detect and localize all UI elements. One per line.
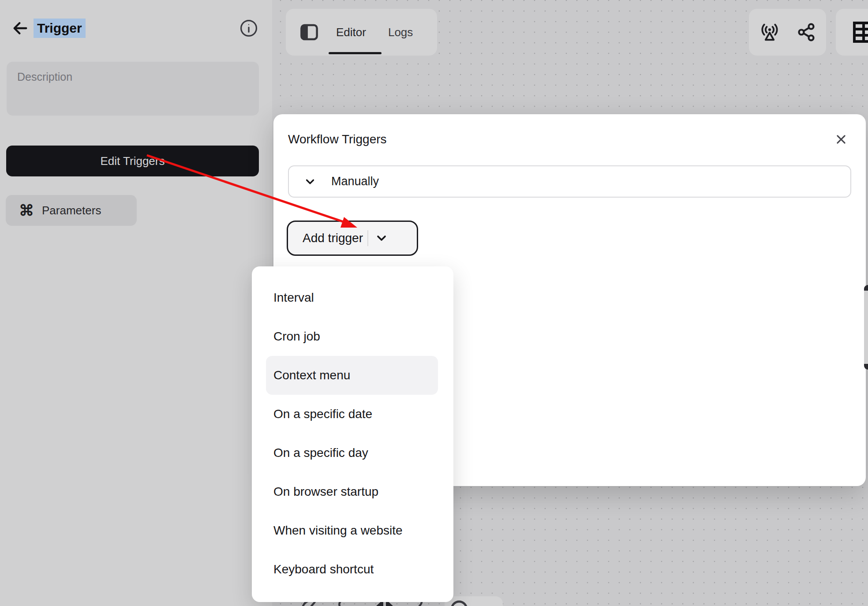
table-icon [853, 22, 868, 43]
menu-item-on-a-specific-date[interactable]: On a specific date [266, 395, 438, 434]
share-icon [797, 22, 816, 42]
view-tabs: Editor Logs [336, 26, 413, 39]
edge-slider[interactable] [864, 285, 868, 370]
back-button[interactable] [11, 19, 30, 38]
info-icon [239, 19, 258, 38]
sidebar-header: Trigger [11, 17, 262, 40]
edit-triggers-button[interactable]: Edit Triggers [6, 146, 259, 176]
active-tab-underline [329, 52, 382, 54]
table-button[interactable] [853, 22, 868, 43]
share-button[interactable] [797, 22, 816, 42]
tab-logs[interactable]: Logs [388, 26, 413, 39]
menu-item-when-visiting-a-website[interactable]: When visiting a website [266, 511, 438, 550]
parameters-label: Parameters [42, 204, 101, 217]
chevron-down-icon [303, 175, 317, 188]
description-input[interactable] [7, 62, 259, 116]
menu-item-interval[interactable]: Interval [266, 278, 438, 317]
modal-title: Workflow Triggers [288, 132, 387, 146]
workflow-name-input[interactable]: Trigger [34, 19, 86, 38]
table-toolbar [836, 9, 868, 56]
command-icon: ⌘ [19, 203, 34, 218]
modal-header: Workflow Triggers [288, 127, 851, 151]
zoom-control-pill[interactable] [445, 596, 503, 606]
menu-item-context-menu[interactable]: Context menu [266, 356, 438, 395]
trigger-type-select[interactable]: Manually [288, 165, 851, 198]
actions-toolbar [749, 9, 826, 56]
menu-item-cron-job[interactable]: Cron job [266, 317, 438, 356]
broadcast-button[interactable] [760, 22, 780, 42]
edit-triggers-label: Edit Triggers [101, 154, 165, 168]
close-icon [835, 133, 847, 146]
sidebar: Trigger Edit Triggers ⌘ Parameters [0, 0, 272, 606]
menu-item-on-a-specific-day[interactable]: On a specific day [266, 434, 438, 472]
add-trigger-button[interactable]: Add trigger [287, 221, 418, 256]
sidebar-toggle-button[interactable] [300, 24, 318, 41]
menu-item-on-browser-startup[interactable]: On browser startup [266, 472, 438, 511]
broadcast-icon [760, 22, 780, 42]
tab-editor[interactable]: Editor [336, 26, 366, 39]
arrow-left-icon [11, 19, 29, 37]
trigger-type-value: Manually [331, 175, 379, 188]
editor-toolbar: Editor Logs [286, 9, 437, 56]
menu-item-keyboard-shortcut[interactable]: Keyboard shortcut [266, 550, 438, 589]
trigger-type-menu: IntervalCron jobContext menuOn a specifi… [252, 266, 453, 602]
text-caret [367, 230, 368, 246]
parameters-button[interactable]: ⌘ Parameters [6, 195, 137, 226]
panel-left-icon [300, 24, 318, 41]
chevron-down-icon [374, 231, 389, 245]
add-trigger-label: Add trigger [303, 231, 363, 245]
close-button[interactable] [831, 130, 851, 149]
info-button[interactable] [239, 18, 259, 38]
